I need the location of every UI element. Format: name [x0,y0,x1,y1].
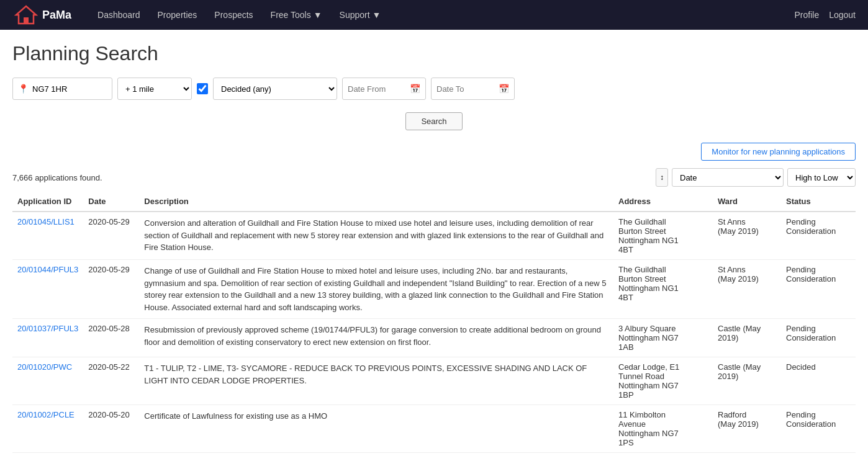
nav-dashboard[interactable]: Dashboard [90,6,148,24]
col-header-desc: Description [139,192,613,212]
status-select[interactable]: Decided (any) Pending Approved Refused [213,78,337,100]
nav-profile[interactable]: Profile [794,10,819,20]
date-to-wrap: 📅 [431,78,515,100]
calendar-from-icon[interactable]: 📅 [410,84,420,94]
date-cell: 2020-05-29 [83,212,139,260]
table-row: 20/01002/PCLE2020-05-20Certificate of La… [12,405,856,453]
ward-cell: St Anns (May 2019) [713,260,781,319]
address-cell: The Guildhall Burton Street Nottingham N… [613,212,713,260]
app-id-link[interactable]: 20/01037/PFUL3 [17,324,78,333]
address-cell: 3 Albury Square Nottingham NG7 1AB [613,319,713,357]
search-form: 📍 + 1 mile + 0.5 mile + 2 miles + 5 mile… [12,78,856,100]
date-cell: 2020-05-28 [83,319,139,357]
status-cell: Decided [781,357,856,405]
date-from-input[interactable] [348,84,410,94]
address-cell: Cedar Lodge, E1 Tunnel Road Nottingham N… [613,357,713,405]
nav-free-tools[interactable]: Free Tools ▼ [263,6,330,24]
description-cell: Resubmission of previously approved sche… [139,319,613,357]
sort-order-select[interactable]: High to Low Low to High [787,168,856,187]
results-table: Application ID Date Description Address … [12,192,856,453]
nav-properties[interactable]: Properties [150,6,205,24]
description-cell: Certificate of Lawfulness for existing u… [139,405,613,453]
table-row: 20/01037/PFUL32020-05-28Resubmission of … [12,319,856,357]
ward-cell: Radford (May 2019) [713,405,781,453]
col-header-address: Address [613,192,713,212]
col-header-appid: Application ID [12,192,83,212]
description-cell: Conversion and alteration of Guildhall a… [139,212,613,260]
sort-arrows-button[interactable]: ↕ [656,168,668,187]
status-cell: Pending Consideration [781,319,856,357]
app-id-link[interactable]: 20/01002/PCLE [17,410,75,419]
date-to-input[interactable] [436,84,499,94]
address-cell: The Guildhall Burton Street Nottingham N… [613,260,713,319]
app-id-link[interactable]: 20/01045/LLIS1 [17,217,75,226]
ward-cell: St Anns (May 2019) [713,212,781,260]
col-header-status: Status [781,192,856,212]
chevron-down-icon: ▼ [314,10,322,20]
date-from-wrap: 📅 [342,78,426,100]
sort-field-select[interactable]: Date Application ID Status [672,168,784,187]
main-content: Planning Search 📍 + 1 mile + 0.5 mile + … [0,30,868,465]
nav-support[interactable]: Support ▼ [332,6,389,24]
status-cell: Pending Consideration [781,260,856,319]
nav-items: Dashboard Properties Prospects Free Tool… [90,6,794,24]
location-wrap: 📍 [12,78,112,100]
date-cell: 2020-05-22 [83,357,139,405]
chevron-down-icon: ▼ [373,10,381,20]
status-cell: Pending Consideration [781,212,856,260]
date-cell: 2020-05-29 [83,260,139,319]
page-title: Planning Search [12,42,856,65]
table-row: 20/01045/LLIS12020-05-29Conversion and a… [12,212,856,260]
ward-cell: Castle (May 2019) [713,357,781,405]
col-header-ward: Ward [713,192,781,212]
results-count: 7,666 applications found. [12,173,102,182]
date-cell: 2020-05-20 [83,405,139,453]
location-pin-icon: 📍 [18,84,29,94]
app-id-link[interactable]: 20/01044/PFUL3 [17,265,78,274]
search-button-wrap: Search [12,112,856,130]
ward-cell: Castle (May 2019) [713,319,781,357]
nav-logout[interactable]: Logout [829,10,856,20]
table-row: 20/01020/PWC2020-05-22T1 - TULIP, T2 - L… [12,357,856,405]
logo-icon [12,4,40,26]
distance-select[interactable]: + 1 mile + 0.5 mile + 2 miles + 5 miles [117,78,192,100]
monitor-button[interactable]: Monitor for new planning applications [701,143,856,161]
monitor-button-wrap: Monitor for new planning applications [12,143,856,161]
description-cell: Change of use of Guildhall and Fire Stat… [139,260,613,319]
description-cell: T1 - TULIP, T2 - LIME, T3- SYCAMORE - RE… [139,357,613,405]
results-header: 7,666 applications found. ↕ Date Applica… [12,168,856,187]
col-header-date: Date [83,192,139,212]
svg-rect-2 [24,17,29,24]
app-id-link[interactable]: 20/01020/PWC [17,362,72,372]
table-header-row: Application ID Date Description Address … [12,192,856,212]
nav-right: Profile Logout [794,10,856,20]
sort-wrap: ↕ Date Application ID Status High to Low… [656,168,856,187]
navbar: PaMa Dashboard Properties Prospects Free… [0,0,868,30]
status-cell: Pending Consideration [781,405,856,453]
search-button[interactable]: Search [405,112,462,130]
address-cell: 11 Kimbolton Avenue Nottingham NG7 1PS [613,405,713,453]
brand-name: PaMa [42,9,71,22]
table-row: 20/01044/PFUL32020-05-29Change of use of… [12,260,856,319]
filter-checkbox[interactable] [197,83,208,94]
location-input[interactable] [32,84,107,94]
nav-prospects[interactable]: Prospects [207,6,260,24]
calendar-to-icon[interactable]: 📅 [499,84,509,94]
brand[interactable]: PaMa [12,4,71,26]
